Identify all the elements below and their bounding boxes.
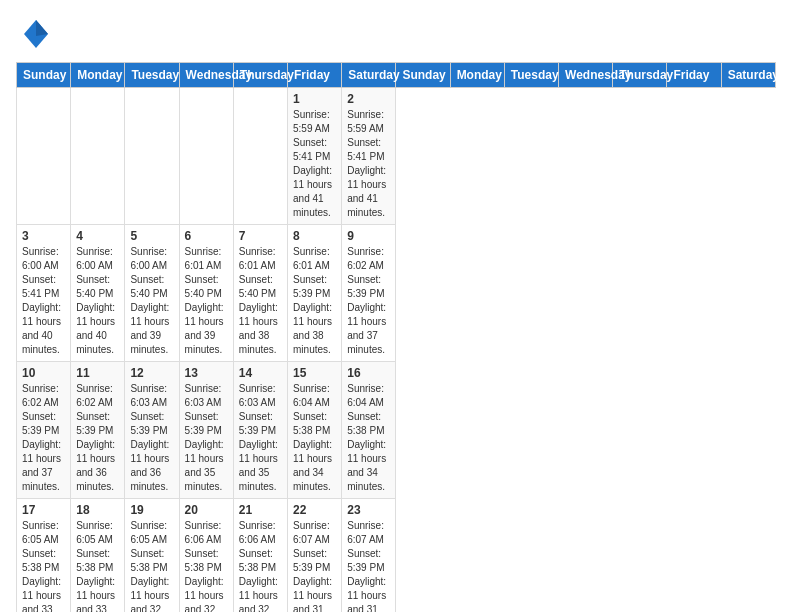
calendar-table: SundayMondayTuesdayWednesdayThursdayFrid… bbox=[16, 62, 776, 612]
header-monday: Monday bbox=[71, 63, 125, 88]
header bbox=[16, 16, 776, 52]
day-info: Sunrise: 5:59 AM Sunset: 5:41 PM Dayligh… bbox=[293, 108, 336, 220]
calendar-day-14: 14Sunrise: 6:03 AM Sunset: 5:39 PM Dayli… bbox=[233, 362, 287, 499]
day-number: 17 bbox=[22, 503, 65, 517]
logo bbox=[16, 16, 58, 52]
calendar-day-18: 18Sunrise: 6:05 AM Sunset: 5:38 PM Dayli… bbox=[71, 499, 125, 613]
day-number: 19 bbox=[130, 503, 173, 517]
day-number: 4 bbox=[76, 229, 119, 243]
day-info: Sunrise: 6:02 AM Sunset: 5:39 PM Dayligh… bbox=[76, 382, 119, 494]
day-number: 20 bbox=[185, 503, 228, 517]
day-info: Sunrise: 6:04 AM Sunset: 5:38 PM Dayligh… bbox=[347, 382, 390, 494]
day-info: Sunrise: 6:01 AM Sunset: 5:40 PM Dayligh… bbox=[185, 245, 228, 357]
calendar-day-12: 12Sunrise: 6:03 AM Sunset: 5:39 PM Dayli… bbox=[125, 362, 179, 499]
day-number: 11 bbox=[76, 366, 119, 380]
day-number: 16 bbox=[347, 366, 390, 380]
col-header-saturday: Saturday bbox=[721, 63, 775, 88]
day-number: 14 bbox=[239, 366, 282, 380]
day-number: 10 bbox=[22, 366, 65, 380]
day-info: Sunrise: 6:03 AM Sunset: 5:39 PM Dayligh… bbox=[239, 382, 282, 494]
day-info: Sunrise: 6:05 AM Sunset: 5:38 PM Dayligh… bbox=[22, 519, 65, 612]
calendar-week-row: 17Sunrise: 6:05 AM Sunset: 5:38 PM Dayli… bbox=[17, 499, 776, 613]
header-saturday: Saturday bbox=[342, 63, 396, 88]
calendar-day-22: 22Sunrise: 6:07 AM Sunset: 5:39 PM Dayli… bbox=[288, 499, 342, 613]
calendar-header-row: SundayMondayTuesdayWednesdayThursdayFrid… bbox=[17, 63, 776, 88]
empty-day bbox=[233, 88, 287, 225]
day-number: 1 bbox=[293, 92, 336, 106]
day-info: Sunrise: 6:00 AM Sunset: 5:41 PM Dayligh… bbox=[22, 245, 65, 357]
day-info: Sunrise: 6:02 AM Sunset: 5:39 PM Dayligh… bbox=[347, 245, 390, 357]
day-number: 9 bbox=[347, 229, 390, 243]
calendar-day-16: 16Sunrise: 6:04 AM Sunset: 5:38 PM Dayli… bbox=[342, 362, 396, 499]
day-number: 2 bbox=[347, 92, 390, 106]
calendar-day-17: 17Sunrise: 6:05 AM Sunset: 5:38 PM Dayli… bbox=[17, 499, 71, 613]
calendar-day-9: 9Sunrise: 6:02 AM Sunset: 5:39 PM Daylig… bbox=[342, 225, 396, 362]
header-wednesday: Wednesday bbox=[179, 63, 233, 88]
col-header-sunday: Sunday bbox=[396, 63, 450, 88]
header-friday: Friday bbox=[288, 63, 342, 88]
day-number: 5 bbox=[130, 229, 173, 243]
day-info: Sunrise: 6:05 AM Sunset: 5:38 PM Dayligh… bbox=[76, 519, 119, 612]
day-number: 12 bbox=[130, 366, 173, 380]
calendar-week-row: 1Sunrise: 5:59 AM Sunset: 5:41 PM Daylig… bbox=[17, 88, 776, 225]
day-info: Sunrise: 6:03 AM Sunset: 5:39 PM Dayligh… bbox=[185, 382, 228, 494]
day-number: 23 bbox=[347, 503, 390, 517]
day-info: Sunrise: 6:01 AM Sunset: 5:39 PM Dayligh… bbox=[293, 245, 336, 357]
calendar-day-8: 8Sunrise: 6:01 AM Sunset: 5:39 PM Daylig… bbox=[288, 225, 342, 362]
calendar-week-row: 10Sunrise: 6:02 AM Sunset: 5:39 PM Dayli… bbox=[17, 362, 776, 499]
day-number: 7 bbox=[239, 229, 282, 243]
day-number: 6 bbox=[185, 229, 228, 243]
calendar-day-20: 20Sunrise: 6:06 AM Sunset: 5:38 PM Dayli… bbox=[179, 499, 233, 613]
empty-day bbox=[125, 88, 179, 225]
day-number: 13 bbox=[185, 366, 228, 380]
empty-day bbox=[71, 88, 125, 225]
calendar-week-row: 3Sunrise: 6:00 AM Sunset: 5:41 PM Daylig… bbox=[17, 225, 776, 362]
day-info: Sunrise: 6:07 AM Sunset: 5:39 PM Dayligh… bbox=[347, 519, 390, 612]
calendar-day-23: 23Sunrise: 6:07 AM Sunset: 5:39 PM Dayli… bbox=[342, 499, 396, 613]
day-info: Sunrise: 6:01 AM Sunset: 5:40 PM Dayligh… bbox=[239, 245, 282, 357]
header-tuesday: Tuesday bbox=[125, 63, 179, 88]
day-info: Sunrise: 6:06 AM Sunset: 5:38 PM Dayligh… bbox=[185, 519, 228, 612]
day-info: Sunrise: 6:05 AM Sunset: 5:38 PM Dayligh… bbox=[130, 519, 173, 612]
calendar-day-3: 3Sunrise: 6:00 AM Sunset: 5:41 PM Daylig… bbox=[17, 225, 71, 362]
calendar-day-21: 21Sunrise: 6:06 AM Sunset: 5:38 PM Dayli… bbox=[233, 499, 287, 613]
day-info: Sunrise: 6:06 AM Sunset: 5:38 PM Dayligh… bbox=[239, 519, 282, 612]
day-number: 3 bbox=[22, 229, 65, 243]
day-number: 22 bbox=[293, 503, 336, 517]
header-sunday: Sunday bbox=[17, 63, 71, 88]
calendar-day-2: 2Sunrise: 5:59 AM Sunset: 5:41 PM Daylig… bbox=[342, 88, 396, 225]
calendar-day-13: 13Sunrise: 6:03 AM Sunset: 5:39 PM Dayli… bbox=[179, 362, 233, 499]
header-thursday: Thursday bbox=[233, 63, 287, 88]
day-info: Sunrise: 6:07 AM Sunset: 5:39 PM Dayligh… bbox=[293, 519, 336, 612]
empty-day bbox=[179, 88, 233, 225]
col-header-friday: Friday bbox=[667, 63, 721, 88]
calendar-day-7: 7Sunrise: 6:01 AM Sunset: 5:40 PM Daylig… bbox=[233, 225, 287, 362]
calendar-day-15: 15Sunrise: 6:04 AM Sunset: 5:38 PM Dayli… bbox=[288, 362, 342, 499]
day-info: Sunrise: 6:04 AM Sunset: 5:38 PM Dayligh… bbox=[293, 382, 336, 494]
day-info: Sunrise: 6:00 AM Sunset: 5:40 PM Dayligh… bbox=[130, 245, 173, 357]
calendar-day-5: 5Sunrise: 6:00 AM Sunset: 5:40 PM Daylig… bbox=[125, 225, 179, 362]
logo-icon bbox=[16, 16, 52, 52]
svg-marker-1 bbox=[36, 20, 48, 36]
col-header-tuesday: Tuesday bbox=[504, 63, 558, 88]
col-header-monday: Monday bbox=[450, 63, 504, 88]
calendar-day-10: 10Sunrise: 6:02 AM Sunset: 5:39 PM Dayli… bbox=[17, 362, 71, 499]
day-number: 8 bbox=[293, 229, 336, 243]
day-number: 21 bbox=[239, 503, 282, 517]
col-header-thursday: Thursday bbox=[613, 63, 667, 88]
calendar-day-6: 6Sunrise: 6:01 AM Sunset: 5:40 PM Daylig… bbox=[179, 225, 233, 362]
day-info: Sunrise: 6:00 AM Sunset: 5:40 PM Dayligh… bbox=[76, 245, 119, 357]
day-info: Sunrise: 5:59 AM Sunset: 5:41 PM Dayligh… bbox=[347, 108, 390, 220]
empty-day bbox=[17, 88, 71, 225]
calendar-day-4: 4Sunrise: 6:00 AM Sunset: 5:40 PM Daylig… bbox=[71, 225, 125, 362]
calendar-day-11: 11Sunrise: 6:02 AM Sunset: 5:39 PM Dayli… bbox=[71, 362, 125, 499]
col-header-wednesday: Wednesday bbox=[559, 63, 613, 88]
calendar-day-19: 19Sunrise: 6:05 AM Sunset: 5:38 PM Dayli… bbox=[125, 499, 179, 613]
day-number: 15 bbox=[293, 366, 336, 380]
day-info: Sunrise: 6:02 AM Sunset: 5:39 PM Dayligh… bbox=[22, 382, 65, 494]
day-number: 18 bbox=[76, 503, 119, 517]
day-info: Sunrise: 6:03 AM Sunset: 5:39 PM Dayligh… bbox=[130, 382, 173, 494]
calendar-day-1: 1Sunrise: 5:59 AM Sunset: 5:41 PM Daylig… bbox=[288, 88, 342, 225]
